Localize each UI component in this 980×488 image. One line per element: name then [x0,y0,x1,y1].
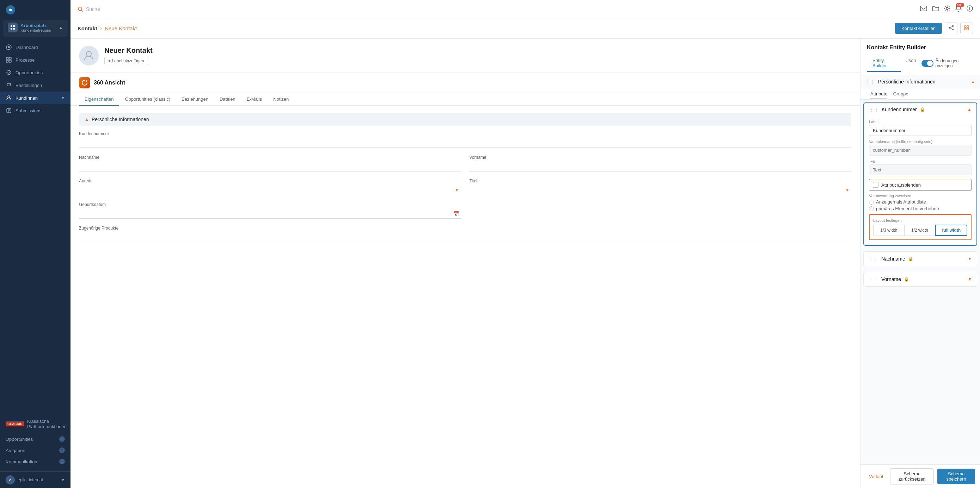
attr-drag-handle[interactable]: ⋮⋮ [869,107,879,112]
sidebar-item-prozesse[interactable]: Prozesse [0,54,70,66]
layout-label: Layout festlegen [873,218,967,222]
dashboard-icon [6,44,12,50]
settings-icon[interactable] [944,5,950,13]
input-varname[interactable] [869,145,972,155]
svg-point-6 [8,46,10,48]
vorname-chevron[interactable]: ▼ [968,277,972,282]
tab-beziehungen[interactable]: Beziehungen [176,93,214,106]
layout-buttons: 1/3 width 1/2 width full width [873,225,967,236]
attr-chevron-up[interactable]: ▲ [967,107,972,112]
sidebar-item-submissions[interactable]: Submissions [0,104,70,117]
input-anrede[interactable] [79,185,461,195]
mail-icon[interactable] [920,6,927,12]
svg-rect-26 [967,28,969,30]
sub-tab-attribute[interactable]: Attribute [870,91,887,99]
attr-left: ⋮⋮ Kundennummer 🔒 [869,107,925,112]
tab-opportunities[interactable]: Opportunities (classic) [119,93,176,106]
classic-item-opportunities[interactable]: Opportunities i [0,433,70,445]
right-panel-title: Kontakt Entity Builder [867,44,974,51]
svg-rect-9 [6,60,8,62]
panel-section-header[interactable]: ⋮⋮ Persönliche Informationen ▲ [861,75,980,89]
folder-icon[interactable] [932,6,939,13]
sidebar-item-opportunities[interactable]: Opportunities [0,66,70,79]
panel-header-row: Entity Builder Json Änderungen anzeigen [867,55,974,75]
radio-label-2: primäres Element hervorheben [876,206,939,211]
sub-tabs-container: Attribute Gruppe [861,89,980,100]
input-titel[interactable] [469,185,852,195]
label-produkte: Zugehörige Produkte [79,226,851,231]
radio-attributliste[interactable]: Anzeigen als Attributliste [869,199,972,204]
layout-btn-half[interactable]: 1/2 width [905,225,935,236]
panel-tab-json[interactable]: Json [901,55,921,72]
verantwortung-label: Verantwortung zuweisen [869,194,972,198]
tab-dateien[interactable]: Dateien [214,93,241,106]
classic-platform-item[interactable]: CLASSIC Klassische Plattformfunktionen [0,416,70,432]
search-icon [78,6,83,12]
user-menu[interactable]: e epilot internal ▼ [0,471,70,488]
label-vorname: Vorname [469,155,852,160]
page-body: Neuer Kontakt + Label hinzufügen 360 Ans… [70,39,980,488]
nav-label-submissions: Submissions [16,108,41,113]
classic-platform-label: Klassische Plattformfunktionen [27,418,67,429]
add-label-button[interactable]: + Label hinzufügen [104,57,148,65]
toggle-changes[interactable]: Änderungen anzeigen [921,59,974,68]
toggle-switch[interactable] [921,60,933,67]
panel-tab-entity-builder[interactable]: Entity Builder [867,55,901,72]
input-label-value[interactable] [869,125,972,136]
nav-label-dashboard: Dashboard [16,45,38,50]
section-persoenliche[interactable]: ▲ Persönliche Informationen [79,113,851,126]
info-icon[interactable] [967,5,973,13]
attr-header-vorname[interactable]: ⋮⋮ Vorname 🔒 ▼ [864,272,977,286]
input-produkte[interactable] [79,232,851,242]
section-drag-handle[interactable]: ⋮⋮ [865,79,875,84]
tab-notizen[interactable]: Notizen [267,93,294,106]
layout-btn-full[interactable]: full width [935,225,967,236]
schema-save-button[interactable]: Schema speichern [937,469,975,484]
calendar-icon[interactable]: 📅 [453,211,459,217]
search-box [78,6,142,12]
schema-reset-button[interactable]: Schema zurücksetzen [890,468,934,485]
input-geburtsdatum[interactable] [79,208,461,219]
sidebar-item-kundinnen[interactable]: KundInnen ▼ [0,92,70,104]
search-input[interactable] [86,6,142,12]
right-panel-header: Kontakt Entity Builder Entity Builder Js… [861,39,980,75]
user-name: epilot internal [18,477,43,482]
input-nachname[interactable] [79,161,461,171]
tab-eigenschaften[interactable]: Eigenschaften [79,93,119,106]
create-contact-button[interactable]: Kontakt erstellen [895,23,942,34]
attr-nachname: ⋮⋮ Nachname 🔒 ▼ [863,251,977,266]
checkbox-hide-attr[interactable]: Attribut ausblenden [869,179,972,191]
notification-bell-icon[interactable]: 99+ [955,5,962,13]
vorname-drag-handle[interactable]: ⋮⋮ [869,276,878,282]
right-panel: Kontakt Entity Builder Entity Builder Js… [860,39,980,488]
input-type [869,165,972,175]
breadcrumb-current: Neue Kontakt [105,25,137,31]
svg-rect-25 [964,28,966,30]
svg-point-13 [10,87,10,87]
tab-emails[interactable]: E-Mails [241,93,267,106]
sidebar-nav: Dashboard Prozesse Opportunities Bestell… [0,40,70,413]
layout-btn-third[interactable]: 1/3 width [873,225,905,236]
radio-primaer[interactable]: primäres Element hervorheben [869,206,972,211]
svg-point-20 [953,26,954,27]
sidebar-item-dashboard[interactable]: Dashboard [0,41,70,54]
info-dot-auf: i [59,447,65,453]
nachname-chevron[interactable]: ▼ [968,256,972,261]
input-vorname[interactable] [469,161,852,171]
input-kundennummer[interactable] [79,138,851,148]
classic-item-kommunikation[interactable]: Kommunikation i [0,456,70,467]
sidebar-item-bestellungen[interactable]: Bestellungen [0,79,70,92]
attr-header-nachname[interactable]: ⋮⋮ Nachname 🔒 ▼ [864,252,977,266]
svg-rect-3 [11,28,12,30]
section-chevron-up[interactable]: ▲ [971,79,975,84]
grid-view-button[interactable] [960,22,973,34]
classic-section: Opportunities i Aufgaben i Kommunikation… [0,432,70,469]
nachname-drag-handle[interactable]: ⋮⋮ [869,256,878,261]
classic-item-aufgaben[interactable]: Aufgaben i [0,445,70,456]
verlauf-button[interactable]: Verlauf [865,472,886,481]
sub-tab-gruppe[interactable]: Gruppe [893,91,908,99]
workspace-switcher[interactable]: Arbeitsplatz Kundenbetreuung ▲ [3,20,68,36]
workspace-chevron: ▲ [59,25,63,30]
nav-label-prozesse: Prozesse [16,57,35,63]
share-button[interactable] [945,22,958,34]
